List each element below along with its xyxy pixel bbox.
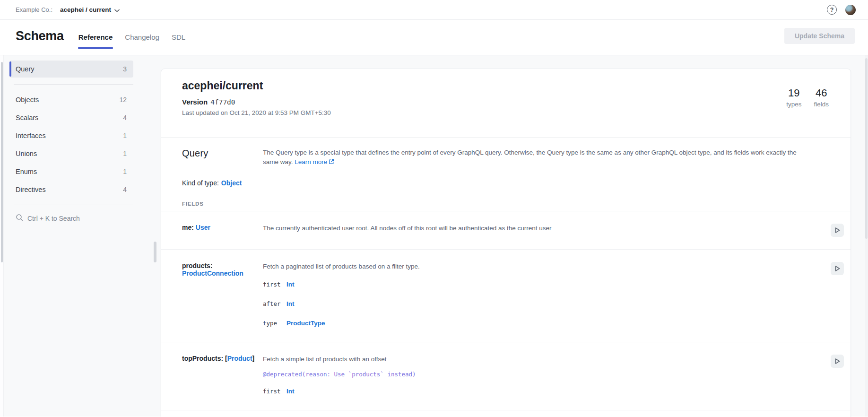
stat-types-label: types [786,101,801,108]
sidebar-item-count: 1 [123,132,127,139]
user-avatar[interactable] [845,5,856,15]
page-title: Schema [16,29,64,43]
tab-reference[interactable]: Reference [78,32,113,42]
search-hint: Ctrl + K to Search [27,215,80,222]
search-icon [16,214,23,223]
tab-changelog[interactable]: Changelog [124,32,160,42]
sidebar-item-count: 4 [123,186,127,193]
learn-more-link[interactable]: Learn more [295,158,334,165]
topbar-right: ? [827,5,856,15]
version-value: 4f77d0 [210,98,235,106]
arg-type-link[interactable]: Int [286,281,295,288]
arg-type-link[interactable]: Int [286,300,295,307]
field-description: Fetch a simple list of products with an … [263,355,809,364]
sidebar-item-enums[interactable]: Enums 1 [9,163,133,180]
type-section-query: Query The Query type is a special type t… [161,138,851,410]
type-header-row: Query The Query type is a special type t… [161,138,851,167]
arg-type-link[interactable]: Int [286,388,295,395]
content-scrollbar-thumb[interactable] [154,242,156,262]
chevron-down-icon [114,6,120,14]
field-row-topproducts: topProducts: [Product] Fetch a simple li… [161,342,851,410]
sidebar-item-label: Scalars [16,114,38,122]
field-description: The currently authenticated user root. A… [263,224,809,233]
help-icon[interactable]: ? [827,5,837,15]
arg-name: first [263,281,286,288]
field-row-products: products: ProductConnection Fetch a pagi… [161,250,851,342]
sidebar-item-label: Interfaces [16,132,46,139]
sidebar-item-query[interactable]: Query 3 [9,61,133,78]
sidebar-divider [14,205,133,205]
sidebar-item-scalars[interactable]: Scalars 4 [9,109,133,126]
schema-search[interactable]: Ctrl + K to Search [16,214,133,223]
project-name: acephei / current [60,6,111,13]
field-type-link[interactable]: Product [227,355,252,362]
right-scrollbar[interactable] [865,55,868,417]
sidebar-item-count: 1 [123,168,127,175]
top-bar: Example Co.: acephei / current ? [0,0,868,20]
field-type-link[interactable]: User [196,224,210,231]
project-switcher[interactable]: acephei / current [60,6,120,14]
field-type-link[interactable]: ProductConnection [182,269,243,277]
learn-more-label: Learn more [295,158,327,165]
field-row-me: me: User The currently authenticated use… [161,211,851,249]
type-description: The Query type is a special type that de… [263,148,821,167]
field-description: Fetch a paginated list of products based… [263,262,809,271]
fields-heading: FIELDS [161,187,851,207]
divider [161,410,851,410]
run-in-explorer-button[interactable] [831,224,844,237]
play-icon [833,226,841,234]
kind-of-type-row: Kind of type:Object [161,167,851,187]
arg-row: first Int [263,278,809,291]
graph-header: acephei/current Version4f77d0 Last updat… [161,69,851,116]
arg-name: first [263,388,286,395]
stat-types-value: 19 [786,87,801,99]
org-label: Example Co.: [16,6,52,13]
field-details: Fetch a simple list of products with an … [263,355,823,398]
type-name: Query [182,148,263,167]
play-icon [833,265,841,272]
deprecated-annotation: @deprecated(reason: Use `products` inste… [263,371,809,378]
update-schema-button[interactable]: Update Schema [784,28,855,44]
run-in-explorer-button[interactable] [831,262,844,275]
stat-fields: 46 fields [814,87,829,108]
field-args: first Int [263,384,809,398]
schema-stats: 19 types 46 fields [786,87,829,108]
sidebar-item-objects[interactable]: Objects 12 [9,91,133,108]
left-scrollbar[interactable] [0,55,4,417]
external-link-icon [329,158,334,167]
left-scrollbar-thumb[interactable] [1,62,3,262]
play-icon [833,357,841,365]
sidebar-item-label: Unions [16,150,37,157]
kind-label: Kind of type: [182,179,219,187]
schema-sidebar: Query 3 Objects 12 Scalars 4 Interfaces … [4,55,140,417]
field-details: The currently authenticated user root. A… [263,224,823,237]
run-in-explorer-button[interactable] [831,355,844,368]
tab-bar: Reference Changelog SDL [78,32,186,42]
sidebar-item-label: Enums [16,168,37,175]
field-type-suffix: ] [252,355,255,362]
arg-type-link[interactable]: ProductType [286,320,325,327]
sidebar-item-count: 12 [119,96,127,104]
schema-reference-card: acephei/current Version4f77d0 Last updat… [161,69,851,417]
sidebar-item-label: Objects [16,96,39,104]
stat-fields-value: 46 [814,87,829,99]
field-details: Fetch a paginated list of products based… [263,262,823,330]
field-signature: me: User [182,224,263,237]
field-signature: products: ProductConnection [182,262,263,330]
tab-sdl[interactable]: SDL [171,32,186,42]
sidebar-item-directives[interactable]: Directives 4 [9,181,133,198]
sidebar-item-count: 3 [123,65,127,73]
sidebar-item-count: 1 [123,150,127,157]
sidebar-item-label: Directives [16,186,46,193]
arg-row: first Int [263,384,809,398]
sidebar-item-count: 4 [123,114,127,122]
arg-row: after Int [263,297,809,310]
sidebar-item-interfaces[interactable]: Interfaces 1 [9,127,133,144]
kind-value-link[interactable]: Object [221,179,242,187]
body-area: Query 3 Objects 12 Scalars 4 Interfaces … [0,55,868,417]
sidebar-item-unions[interactable]: Unions 1 [9,145,133,162]
graph-title: acephei/current [182,78,830,93]
right-scrollbar-thumb[interactable] [865,58,868,239]
field-name: products: [182,262,213,269]
stat-fields-label: fields [814,101,829,108]
